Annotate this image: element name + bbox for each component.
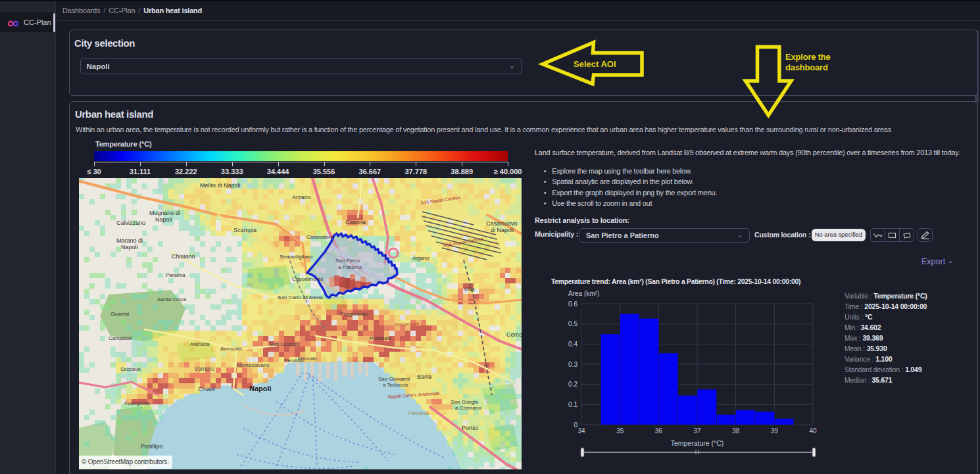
- svg-text:Marano di: Marano di: [116, 237, 143, 244]
- svg-text:Mercato: Mercato: [298, 356, 317, 362]
- svg-text:Chiaiano: Chiaiano: [172, 253, 195, 260]
- svg-text:0.4: 0.4: [568, 341, 577, 348]
- svg-text:Camaldoli: Camaldoli: [109, 335, 132, 341]
- svg-text:Barra: Barra: [417, 373, 431, 380]
- svg-text:0.1: 0.1: [568, 401, 577, 408]
- svg-text:40: 40: [809, 427, 817, 435]
- svg-text:Pietrarsa: Pietrarsa: [408, 410, 429, 416]
- svg-text:Portici: Portici: [462, 425, 478, 431]
- svg-text:Cercola: Cercola: [506, 331, 522, 338]
- svg-text:Avvocata: Avvocata: [220, 346, 242, 352]
- svg-text:Vomero: Vomero: [194, 366, 214, 372]
- svg-text:Area (km²): Area (km²): [568, 290, 599, 297]
- svg-text:Napoli: Napoli: [121, 244, 138, 250]
- svg-text:Calvizzano: Calvizzano: [116, 220, 145, 226]
- svg-text:Arpino: Arpino: [412, 255, 429, 262]
- svg-text:35: 35: [616, 427, 624, 435]
- svg-text:Temperature (°C): Temperature (°C): [671, 439, 724, 447]
- svg-text:0.6: 0.6: [568, 300, 577, 308]
- svg-text:Mugnano di: Mugnano di: [149, 210, 180, 216]
- svg-text:0.3: 0.3: [568, 361, 577, 368]
- svg-text:Casalnuovo: Casalnuovo: [486, 220, 518, 227]
- svg-text:Santa Croce: Santa Croce: [157, 296, 187, 302]
- svg-text:San Pietro: San Pietro: [335, 258, 360, 264]
- svg-text:a Cremano: a Cremano: [455, 405, 481, 411]
- svg-text:Fuorigrotta: Fuorigrotta: [124, 400, 150, 406]
- svg-text:a Patierno: a Patierno: [338, 264, 362, 270]
- svg-text:San Carlo all'Arena: San Carlo all'Arena: [278, 295, 323, 300]
- svg-text:Casavatore: Casavatore: [306, 234, 333, 240]
- svg-text:San Giovanni: San Giovanni: [378, 376, 410, 382]
- svg-text:Montecalvario: Montecalvario: [237, 362, 270, 368]
- svg-text:37: 37: [693, 427, 701, 435]
- svg-text:Arzano: Arzano: [292, 194, 311, 201]
- svg-text:Napoli: Napoli: [155, 216, 172, 223]
- svg-text:Paratina: Paratina: [166, 272, 185, 278]
- svg-text:Guantai: Guantai: [110, 311, 129, 317]
- svg-text:Posillipo: Posillipo: [141, 443, 163, 450]
- svg-text:Ponticelli: Ponticelli: [370, 335, 391, 341]
- svg-text:Capodimonte: Capodimonte: [292, 276, 324, 282]
- svg-text:36: 36: [655, 427, 663, 435]
- svg-text:38: 38: [732, 427, 740, 435]
- svg-text:Secondigliano: Secondigliano: [280, 254, 313, 260]
- svg-text:Chiaia: Chiaia: [198, 386, 215, 392]
- svg-text:Napoli: Napoli: [249, 385, 272, 392]
- svg-text:34: 34: [577, 427, 585, 435]
- svg-text:Arenella: Arenella: [190, 341, 210, 347]
- svg-text:a Teduccio: a Teduccio: [383, 382, 408, 388]
- svg-text:0.2: 0.2: [568, 381, 577, 388]
- svg-text:Poggioreale: Poggioreale: [340, 311, 368, 317]
- svg-text:Villa: Villa: [464, 286, 475, 293]
- svg-text:San Lorenzo: San Lorenzo: [270, 341, 300, 347]
- svg-text:San Giorgio: San Giorgio: [451, 399, 479, 405]
- svg-text:Soccavo: Soccavo: [120, 366, 141, 372]
- svg-text:di Napoli: di Napoli: [491, 227, 514, 233]
- svg-text:Melito di Napoli: Melito di Napoli: [200, 182, 241, 189]
- svg-text:39: 39: [771, 427, 779, 435]
- svg-text:Scampia: Scampia: [233, 227, 257, 233]
- svg-text:0.5: 0.5: [568, 320, 577, 327]
- svg-text:Casoria: Casoria: [345, 219, 366, 225]
